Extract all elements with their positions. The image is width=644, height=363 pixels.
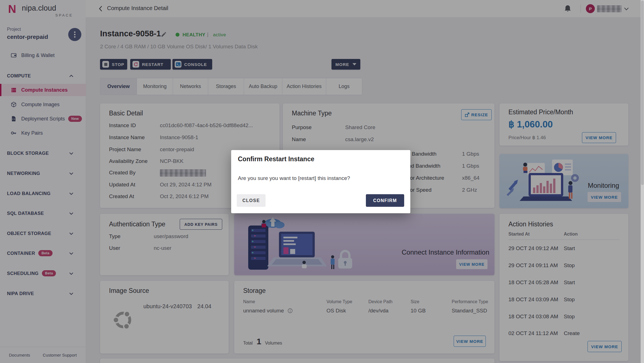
modal-title: Confirm Restart Instance xyxy=(238,155,314,163)
confirm-button[interactable]: CONFIRM xyxy=(366,194,404,207)
confirm-restart-modal: Confirm Restart Instance Are you sure yo… xyxy=(231,150,410,213)
app-screen: N nipa.cloud SPACE Project centor-prepai… xyxy=(0,0,644,363)
close-button[interactable]: CLOSE xyxy=(237,194,266,207)
scrollbar-track[interactable] xyxy=(641,0,644,363)
modal-message: Are you sure you want to [restart] this … xyxy=(238,175,350,181)
scrollbar-thumb[interactable] xyxy=(641,1,644,185)
